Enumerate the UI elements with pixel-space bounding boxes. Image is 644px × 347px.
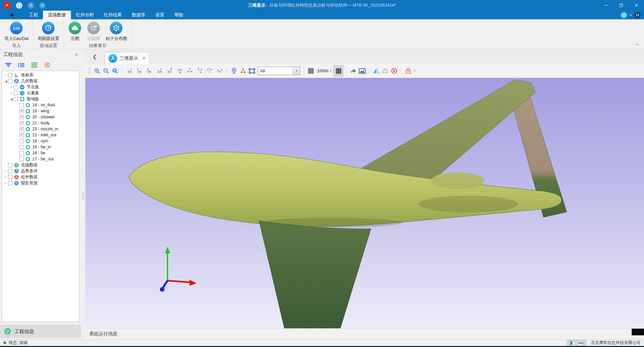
- tree-checkbox[interactable]: [14, 97, 18, 101]
- tree-checkbox[interactable]: [19, 103, 24, 107]
- combo-dropdown-icon[interactable]: ▼: [293, 67, 300, 75]
- tree-expander-icon[interactable]: ▷: [4, 170, 8, 173]
- message-panel[interactable]: 系统运行消息: [85, 328, 644, 339]
- view-right-icon[interactable]: zXY: [155, 67, 164, 75]
- document-tab-3d-view[interactable]: 三维显示 ✕: [105, 52, 150, 64]
- tree-expander-icon[interactable]: ◢: [9, 98, 14, 101]
- save-view-caret-icon[interactable]: ˅: [414, 69, 416, 73]
- tree-item-7[interactable]: 20 - chuiwei: [2, 114, 79, 120]
- menu-tab-1[interactable]: 流场数据: [43, 11, 71, 19]
- collapse-ribbon-icon[interactable]: [636, 43, 639, 46]
- menu-tab-0[interactable]: 工程: [24, 11, 43, 19]
- zoom-window-icon[interactable]: [111, 66, 120, 76]
- restore-button[interactable]: [613, 0, 629, 11]
- ribbon-button-1-0[interactable]: 周期面设置: [35, 21, 62, 42]
- tree-checkbox[interactable]: [14, 91, 18, 95]
- pan-handle[interactable]: [88, 67, 90, 75]
- menu-tab-2[interactable]: 红外分析: [71, 11, 99, 19]
- tree-item-14[interactable]: 17 - far_out: [2, 156, 79, 162]
- tree-checkbox[interactable]: [8, 181, 12, 185]
- cancel-icon[interactable]: [390, 66, 399, 76]
- particles-icon[interactable]: [238, 66, 247, 76]
- tree-item-0[interactable]: ▷坐标系: [2, 72, 79, 78]
- tree-checkbox[interactable]: [19, 139, 24, 143]
- tree-expander-icon[interactable]: ▷: [9, 92, 14, 95]
- menu-tab-6[interactable]: 帮助: [169, 11, 188, 19]
- theme-caret-icon[interactable]: ▼: [629, 14, 632, 17]
- view-iso-ne-icon[interactable]: Yzx: [185, 67, 194, 75]
- tree-checkbox[interactable]: [14, 85, 18, 89]
- tree-expander-icon[interactable]: ▷: [4, 182, 8, 185]
- view-iso-down-icon[interactable]: zYx: [205, 67, 214, 75]
- zoom-in-icon[interactable]: [93, 66, 102, 76]
- menu-tab-3[interactable]: 红外结果: [99, 11, 127, 19]
- layout-bottom-panel-icon[interactable]: [578, 341, 583, 345]
- tree-checkbox[interactable]: [8, 169, 12, 173]
- view-top-icon[interactable]: zYX: [165, 67, 174, 75]
- close-button[interactable]: ✕: [629, 0, 644, 11]
- view-rotate-icon[interactable]: Yxz: [195, 67, 204, 75]
- airplane-badge-icon[interactable]: ✈: [3, 2, 11, 9]
- tab-close-icon[interactable]: ✕: [142, 56, 146, 61]
- view-left-icon[interactable]: YXz: [145, 67, 154, 75]
- view-back-icon[interactable]: Yzx: [135, 67, 144, 75]
- tree-checkbox[interactable]: [19, 145, 24, 149]
- tree-checkbox[interactable]: [19, 157, 24, 161]
- redo-icon[interactable]: ↻: [39, 2, 46, 9]
- tree-item-1[interactable]: ◢几何数据: [2, 78, 79, 84]
- tree-item-10[interactable]: 22 - inlet_out: [2, 132, 79, 138]
- save-view-icon[interactable]: [404, 66, 413, 76]
- tree-expander-icon[interactable]: ◢: [4, 80, 8, 83]
- mirror-icon[interactable]: [372, 66, 381, 76]
- tree-checkbox[interactable]: [8, 79, 12, 83]
- zoom-level-select[interactable]: 100% ▼: [317, 68, 332, 73]
- grid-toggle-icon[interactable]: [333, 65, 344, 77]
- tree-checkbox[interactable]: [19, 151, 24, 155]
- view-front-icon[interactable]: xZY: [125, 67, 134, 75]
- dither-icon[interactable]: [306, 66, 315, 76]
- user-icon[interactable]: [634, 12, 641, 18]
- outline-list-icon[interactable]: [18, 62, 25, 68]
- tree-item-6[interactable]: 19 - wing: [2, 108, 79, 114]
- export-icon[interactable]: [349, 66, 358, 76]
- menu-tab-5[interactable]: 设置: [151, 11, 169, 19]
- tree-expander-icon[interactable]: ▷: [9, 86, 14, 89]
- display-filter-select[interactable]: All ▼: [258, 67, 300, 75]
- tree-item-5[interactable]: 14 - int_fluid: [2, 102, 79, 108]
- viewport-3d[interactable]: [85, 78, 644, 328]
- tree-item-17[interactable]: ▷红外数据: [2, 174, 79, 180]
- view-bottom-icon[interactable]: zYX: [175, 67, 184, 75]
- tree-checkbox[interactable]: [19, 109, 24, 113]
- menu-tab-4[interactable]: 数据库: [127, 11, 151, 19]
- tree-item-11[interactable]: 18 - sym: [2, 138, 79, 144]
- project-panel-bottom-tab[interactable]: 工程信息: [0, 325, 81, 338]
- tree-checkbox[interactable]: [19, 127, 24, 131]
- tree-checkbox[interactable]: [8, 175, 12, 179]
- probe-icon[interactable]: [229, 66, 238, 76]
- tree-item-4[interactable]: ◢面域集: [2, 96, 79, 102]
- tree-item-16[interactable]: ▷边界条件: [2, 168, 79, 174]
- grid-view-icon[interactable]: [31, 62, 38, 68]
- select-region-icon[interactable]: [247, 66, 256, 76]
- view-iso-sw-icon[interactable]: zxy: [215, 67, 224, 75]
- tree-item-18[interactable]: ▷报告资源: [2, 180, 79, 186]
- new-document-icon[interactable]: [16, 2, 22, 9]
- tab-scroll-left-icon[interactable]: ❮: [93, 54, 97, 60]
- ribbon-button-2-1[interactable]: 切面图: [85, 21, 103, 42]
- tree-checkbox[interactable]: [19, 133, 24, 137]
- filter-icon[interactable]: [5, 62, 12, 68]
- theme-icon[interactable]: [621, 12, 627, 18]
- tree-item-12[interactable]: 15 - far_in: [2, 144, 79, 150]
- ribbon-button-2-0[interactable]: 云图: [66, 21, 84, 42]
- tree-expander-icon[interactable]: ▷: [4, 176, 8, 179]
- tree-item-2[interactable]: ▷节点集: [2, 84, 79, 90]
- ribbon-button-2-2[interactable]: 粒子分布图: [103, 21, 130, 42]
- snapshot-icon[interactable]: [358, 66, 367, 76]
- tree-item-8[interactable]: 21 - body: [2, 120, 79, 126]
- tree-checkbox[interactable]: [8, 73, 12, 77]
- zoom-out-icon[interactable]: [102, 66, 111, 76]
- layout-left-panel-icon[interactable]: [570, 341, 575, 345]
- tree-checkbox[interactable]: [8, 163, 12, 167]
- tree-checkbox[interactable]: [19, 121, 24, 125]
- tree-item-15[interactable]: 流场数据: [2, 162, 79, 168]
